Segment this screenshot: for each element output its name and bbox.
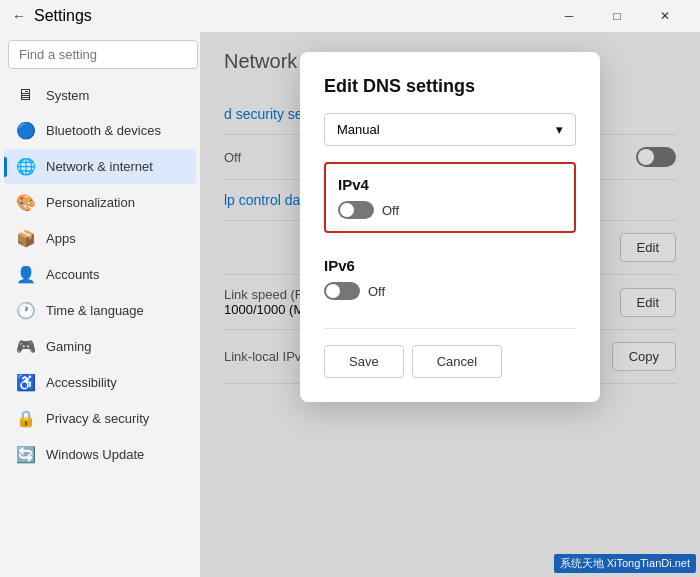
minimize-button[interactable]: ─ <box>546 0 592 32</box>
accounts-icon: 👤 <box>16 265 34 284</box>
sidebar-item-bluetooth[interactable]: 🔵 Bluetooth & devices <box>4 113 196 148</box>
sidebar-item-personalization[interactable]: 🎨 Personalization <box>4 185 196 220</box>
sidebar-item-update[interactable]: 🔄 Windows Update <box>4 437 196 472</box>
sidebar-label-gaming: Gaming <box>46 339 92 354</box>
dialog-title: Edit DNS settings <box>324 76 576 97</box>
titlebar-title: Settings <box>34 7 92 25</box>
ipv4-off-label: Off <box>382 203 399 218</box>
sidebar-item-apps[interactable]: 📦 Apps <box>4 221 196 256</box>
sidebar-item-privacy[interactable]: 🔒 Privacy & security <box>4 401 196 436</box>
sidebar-item-accessibility[interactable]: ♿ Accessibility <box>4 365 196 400</box>
sidebar-label-network: Network & internet <box>46 159 153 174</box>
bluetooth-icon: 🔵 <box>16 121 34 140</box>
ipv6-off-label: Off <box>368 284 385 299</box>
ipv4-toggle[interactable] <box>338 201 374 219</box>
gaming-icon: 🎮 <box>16 337 34 356</box>
ipv6-toggle[interactable] <box>324 282 360 300</box>
update-icon: 🔄 <box>16 445 34 464</box>
close-button[interactable]: ✕ <box>642 0 688 32</box>
ipv4-label: IPv4 <box>338 176 562 193</box>
sidebar-item-accounts[interactable]: 👤 Accounts <box>4 257 196 292</box>
personalization-icon: 🎨 <box>16 193 34 212</box>
sidebar-item-time[interactable]: 🕐 Time & language <box>4 293 196 328</box>
ipv6-toggle-row: Off <box>324 282 576 300</box>
titlebar: ← Settings ─ □ ✕ <box>0 0 700 32</box>
sidebar-item-network[interactable]: 🌐 Network & internet <box>4 149 196 184</box>
dialog-divider <box>324 328 576 329</box>
accessibility-icon: ♿ <box>16 373 34 392</box>
sidebar-label-bluetooth: Bluetooth & devices <box>46 123 161 138</box>
main-area: Network & internet › Ethernet d security… <box>200 32 700 577</box>
search-input[interactable] <box>8 40 198 69</box>
ipv4-section: IPv4 Off <box>324 162 576 233</box>
window-controls: ─ □ ✕ <box>546 0 688 32</box>
network-icon: 🌐 <box>16 157 34 176</box>
system-icon: 🖥 <box>16 86 34 104</box>
sidebar-label-update: Windows Update <box>46 447 144 462</box>
dialog-buttons: Save Cancel <box>324 345 576 378</box>
sidebar-label-time: Time & language <box>46 303 144 318</box>
main-content: 🖥 System 🔵 Bluetooth & devices 🌐 Network… <box>0 32 700 577</box>
dropdown-value: Manual <box>337 122 380 137</box>
back-button[interactable]: ← <box>12 8 26 24</box>
ipv6-label: IPv6 <box>324 257 576 274</box>
watermark: 系统天地 XiTongTianDi.net <box>554 554 696 573</box>
maximize-button[interactable]: □ <box>594 0 640 32</box>
sidebar-label-personalization: Personalization <box>46 195 135 210</box>
sidebar-label-system: System <box>46 88 89 103</box>
active-indicator <box>4 157 7 177</box>
sidebar: 🖥 System 🔵 Bluetooth & devices 🌐 Network… <box>0 32 200 577</box>
chevron-down-icon: ▾ <box>556 122 563 137</box>
dialog-overlay: Edit DNS settings Manual ▾ IPv4 Off <box>200 32 700 577</box>
sidebar-label-privacy: Privacy & security <box>46 411 149 426</box>
cancel-button[interactable]: Cancel <box>412 345 502 378</box>
sidebar-item-gaming[interactable]: 🎮 Gaming <box>4 329 196 364</box>
sidebar-label-apps: Apps <box>46 231 76 246</box>
sidebar-label-accounts: Accounts <box>46 267 99 282</box>
ipv4-toggle-row: Off <box>338 201 562 219</box>
privacy-icon: 🔒 <box>16 409 34 428</box>
ipv6-section: IPv6 Off <box>324 245 576 312</box>
sidebar-label-accessibility: Accessibility <box>46 375 117 390</box>
dns-dropdown[interactable]: Manual ▾ <box>324 113 576 146</box>
apps-icon: 📦 <box>16 229 34 248</box>
time-icon: 🕐 <box>16 301 34 320</box>
settings-window: ← Settings ─ □ ✕ 🖥 System 🔵 Bluetooth & … <box>0 0 700 577</box>
dns-dialog: Edit DNS settings Manual ▾ IPv4 Off <box>300 52 600 402</box>
save-button[interactable]: Save <box>324 345 404 378</box>
sidebar-item-system[interactable]: 🖥 System <box>4 78 196 112</box>
